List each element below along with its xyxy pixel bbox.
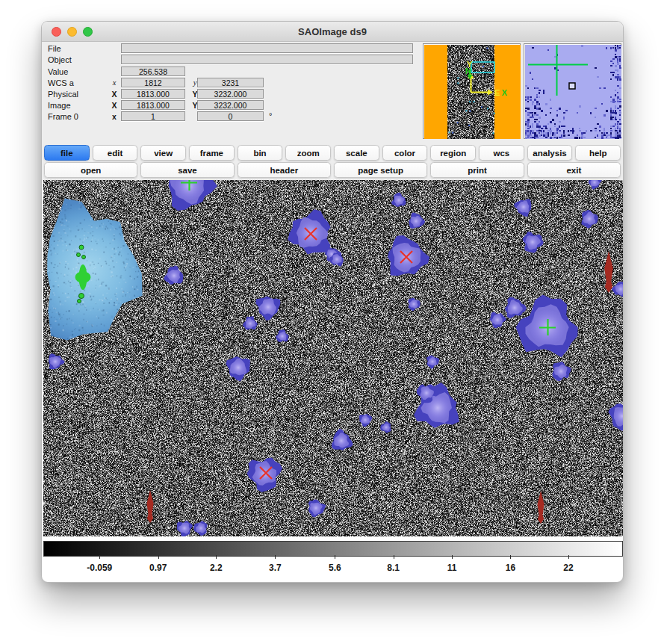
wcs-x-label: x: [110, 78, 119, 87]
menu-zoom[interactable]: zoom: [285, 145, 331, 161]
frame-zoom-field[interactable]: 1: [121, 111, 185, 121]
open-button[interactable]: open: [44, 162, 137, 178]
image-label: Image: [48, 101, 71, 110]
colorbar-tick: [452, 555, 453, 559]
colorbar-tick: [568, 555, 569, 559]
minimize-button[interactable]: [67, 27, 77, 37]
main-image-canvas[interactable]: [43, 180, 623, 536]
degree-symbol: °: [269, 111, 272, 120]
panner-panel: [423, 43, 521, 139]
app-window: SAOImage ds9 File Object Value 256.538 W…: [41, 21, 624, 583]
image-y-field[interactable]: 3232.000: [197, 100, 264, 110]
wcs-label: WCS a: [48, 78, 74, 87]
colorbar-tick: [99, 555, 100, 559]
menu-wcs[interactable]: wcs: [479, 145, 524, 161]
wcs-y-field[interactable]: 3231: [197, 78, 264, 87]
menu-scale[interactable]: scale: [334, 145, 379, 161]
colorbar-tick: [158, 555, 159, 559]
colorbar-tick-label: 0.97: [149, 563, 167, 573]
menu-analysis[interactable]: analysis: [527, 145, 573, 161]
value-label: Value: [48, 67, 68, 76]
window-title: SAOImage ds9: [298, 26, 367, 37]
save-button[interactable]: save: [140, 162, 234, 178]
menu-bar: file edit view frame bin zoom scale colo…: [44, 145, 621, 161]
title-bar[interactable]: SAOImage ds9: [42, 22, 623, 42]
object-label: Object: [48, 55, 72, 64]
menu-file[interactable]: file: [44, 145, 90, 161]
menu-view[interactable]: view: [140, 145, 186, 161]
colorbar[interactable]: [43, 541, 623, 557]
page-setup-button[interactable]: page setup: [334, 162, 427, 178]
colorbar-tick: [510, 555, 511, 559]
colorbar-tick-label: 2.2: [210, 563, 223, 573]
image-x-field[interactable]: 1813.000: [121, 100, 185, 110]
frame-x-label: x: [110, 112, 119, 121]
colorbar-tick: [335, 555, 335, 559]
frame-rotation-field[interactable]: 0: [197, 111, 264, 121]
traffic-lights: [52, 27, 93, 37]
menu-color[interactable]: color: [382, 145, 428, 161]
physical-label: Physical: [48, 90, 78, 99]
wcs-x-field[interactable]: 1812: [121, 78, 185, 87]
menu-bin[interactable]: bin: [238, 145, 283, 161]
value-field[interactable]: 256.538: [121, 66, 185, 76]
colorbar-labels: -0.0590.972.23.75.68.1111622: [43, 563, 623, 575]
colorbar-tick-label: 16: [506, 563, 515, 573]
menu-help[interactable]: help: [575, 145, 621, 161]
file-field[interactable]: [121, 43, 413, 53]
close-button[interactable]: [52, 27, 61, 37]
menu-frame[interactable]: frame: [189, 145, 235, 161]
object-field[interactable]: [121, 55, 413, 64]
colorbar-tick: [275, 555, 276, 559]
image-x-label: X: [110, 101, 119, 110]
frame-label: Frame 0: [48, 112, 78, 121]
panner-canvas[interactable]: [424, 45, 521, 139]
exit-button[interactable]: exit: [527, 162, 621, 178]
menu-edit[interactable]: edit: [93, 145, 138, 161]
physical-x-label: X: [110, 90, 119, 99]
colorbar-tick-label: 22: [563, 563, 573, 573]
magnifier-panel: [524, 43, 621, 139]
colorbar-tick-label: 11: [447, 563, 457, 573]
colorbar-tick-label: 8.1: [387, 563, 400, 573]
physical-y-field[interactable]: 3232.000: [197, 89, 264, 99]
file-label: File: [48, 44, 61, 53]
colorbar-tick-label: 3.7: [269, 563, 282, 573]
colorbar-tick: [216, 555, 217, 559]
print-button[interactable]: print: [430, 162, 524, 178]
command-bar: open save header page setup print exit: [44, 162, 621, 178]
header-button[interactable]: header: [238, 162, 331, 178]
menu-region[interactable]: region: [430, 145, 476, 161]
colorbar-tick-label: 5.6: [329, 563, 341, 573]
zoom-window-button[interactable]: [83, 27, 93, 37]
magnifier-canvas[interactable]: [525, 45, 621, 139]
colorbar-tick-label: -0.059: [87, 563, 112, 573]
colorbar-tick: [394, 555, 394, 559]
physical-x-field[interactable]: 1813.000: [121, 89, 185, 99]
